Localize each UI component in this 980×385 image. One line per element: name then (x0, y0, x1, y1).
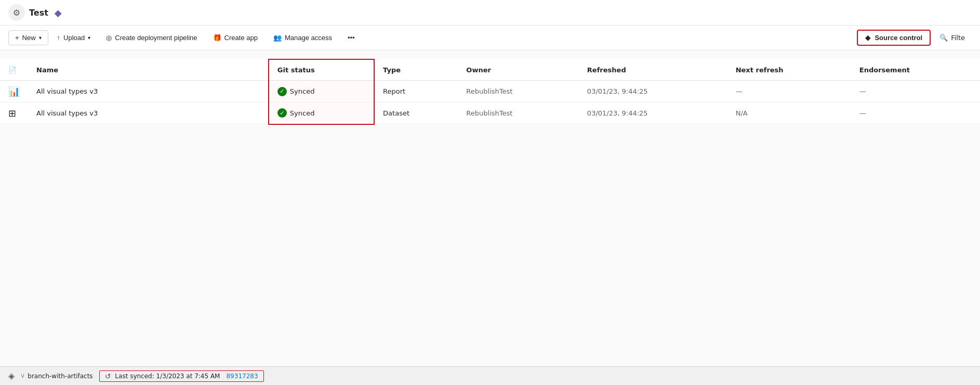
row-2-icon-cell: ⊞ (0, 102, 28, 124)
th-file-icon: 📄 (8, 66, 17, 74)
create-pipeline-button[interactable]: ◎ Create deployment pipeline (99, 30, 204, 45)
row-2-synced-badge: ✓ Synced (277, 108, 365, 118)
manage-access-icon: 👥 (273, 34, 282, 42)
share-icon: ↗ (105, 87, 111, 96)
table-row: ⊞ All visual types v3 ↗ ☆ (0, 102, 980, 124)
row-2-next-refresh-cell: N/A (727, 102, 851, 124)
commit-hash: 89317283 (226, 373, 258, 380)
th-icon: 📄 (0, 59, 28, 81)
status-source-icon: ◈ (8, 371, 15, 381)
row-1-endorsement-cell: — (851, 81, 980, 102)
row-2-endorsement-cell: — (851, 102, 980, 124)
last-sync-box: ↺ Last synced: 1/3/2023 at 7:45 AM 89317… (99, 370, 264, 382)
row-1-icon-cell: 📊 (0, 81, 28, 102)
filter-label: Filte (951, 34, 965, 42)
plus-icon: + (15, 34, 19, 42)
table-row: 📊 All visual types v3 ↗ ☆ (0, 81, 980, 102)
row-1-git-status-cell: ✓ Synced (269, 81, 374, 102)
upload-icon: ↑ (57, 34, 61, 42)
new-label: New (22, 34, 36, 42)
row-2-name-cell: All visual types v3 ↗ ☆ ••• (28, 102, 269, 124)
toolbar: + New ▾ ↑ Upload ▾ ◎ Create deployment p… (0, 25, 980, 50)
row-2-refreshed-cell: 03/01/23, 9:44:25 (579, 102, 727, 124)
source-control-diamond-icon: ◆ (865, 34, 870, 42)
row-2-share-button[interactable]: ↗ (103, 108, 113, 119)
workspace-icon: ⚙ (8, 4, 25, 21)
create-app-label: Create app (224, 34, 258, 42)
star-icon: ☆ (120, 109, 126, 118)
sync-icon: ↺ (105, 372, 111, 380)
workspace-icon-symbol: ⚙ (13, 8, 20, 18)
create-pipeline-label: Create deployment pipeline (115, 34, 197, 42)
source-control-button[interactable]: ◆ Source control (857, 30, 931, 46)
th-next-refresh: Next refresh (727, 59, 851, 81)
manage-access-button[interactable]: 👥 Manage access (267, 30, 339, 45)
th-git-status: Git status (269, 59, 374, 81)
row-1-owner-cell: RebublishTest (458, 81, 579, 102)
more-row-icon: ••• (135, 109, 142, 118)
new-button[interactable]: + New ▾ (8, 30, 48, 45)
row-1-name: All visual types v3 (36, 87, 98, 95)
th-name[interactable]: Name (28, 59, 269, 81)
upload-label: Upload (63, 34, 85, 42)
items-table: 📄 Name Git status Type Owner Refreshed N… (0, 59, 980, 125)
synced-check-icon: ✓ (277, 87, 287, 96)
workspace-title: Test (29, 8, 48, 18)
row-1-share-button[interactable]: ↗ (103, 86, 113, 97)
th-type: Type (374, 59, 458, 81)
search-icon: 🔍 (939, 34, 948, 42)
source-control-label: Source control (875, 34, 922, 42)
row-2-owner-cell: RebublishTest (458, 102, 579, 124)
th-refreshed: Refreshed (579, 59, 727, 81)
create-app-button[interactable]: 🎁 Create app (206, 30, 264, 45)
row-1-next-refresh-cell: — (727, 81, 851, 102)
row-2-star-button[interactable]: ☆ (117, 108, 128, 119)
row-2-git-status-cell: ✓ Synced (269, 102, 374, 124)
filter-area[interactable]: 🔍 Filte (933, 30, 972, 45)
row-1-name-cell: All visual types v3 ↗ ☆ ••• (28, 81, 269, 102)
row-2-name: All visual types v3 (36, 109, 98, 117)
row-2-more-button[interactable]: ••• (133, 108, 144, 119)
row-1-synced-badge: ✓ Synced (277, 87, 365, 96)
more-button[interactable]: ••• (341, 30, 362, 45)
upload-chevron-icon: ▾ (88, 35, 90, 41)
th-endorsement: Endorsement (851, 59, 980, 81)
row-1-star-button[interactable]: ☆ (117, 86, 128, 97)
main-content: 📄 Name Git status Type Owner Refreshed N… (0, 50, 980, 366)
row-1-more-button[interactable]: ••• (133, 86, 144, 97)
share-icon: ↗ (105, 109, 111, 118)
row-1-type-cell: Report (374, 81, 458, 102)
more-row-icon: ••• (135, 87, 142, 96)
premium-icon: ◆ (55, 7, 62, 18)
dataset-icon: ⊞ (8, 108, 16, 119)
more-icon: ••• (348, 34, 355, 42)
create-app-icon: 🎁 (213, 34, 221, 42)
status-bar: ◈ ⑂ branch-with-artifacts ↺ Last synced:… (0, 366, 980, 385)
row-2-git-status-label: Synced (290, 109, 315, 117)
branch-icon: ⑂ (21, 373, 24, 380)
table-header-row: 📄 Name Git status Type Owner Refreshed N… (0, 59, 980, 81)
report-icon: 📊 (8, 86, 20, 97)
row-2-type-cell: Dataset (374, 102, 458, 124)
th-owner: Owner (458, 59, 579, 81)
star-icon: ☆ (120, 87, 126, 96)
manage-access-label: Manage access (285, 34, 332, 42)
new-chevron-icon: ▾ (39, 35, 42, 41)
row-1-git-status-label: Synced (290, 87, 315, 95)
upload-button[interactable]: ↑ Upload ▾ (50, 30, 98, 45)
last-synced-label: Last synced: 1/3/2023 at 7:45 AM (115, 373, 220, 380)
branch-indicator: ⑂ branch-with-artifacts (21, 373, 92, 380)
workspace-bar: ⚙ Test ◆ (0, 0, 980, 25)
branch-name: branch-with-artifacts (28, 373, 92, 380)
row-1-refreshed-cell: 03/01/23, 9:44:25 (579, 81, 727, 102)
pipeline-icon: ◎ (106, 34, 112, 42)
synced-check-icon: ✓ (277, 108, 287, 118)
